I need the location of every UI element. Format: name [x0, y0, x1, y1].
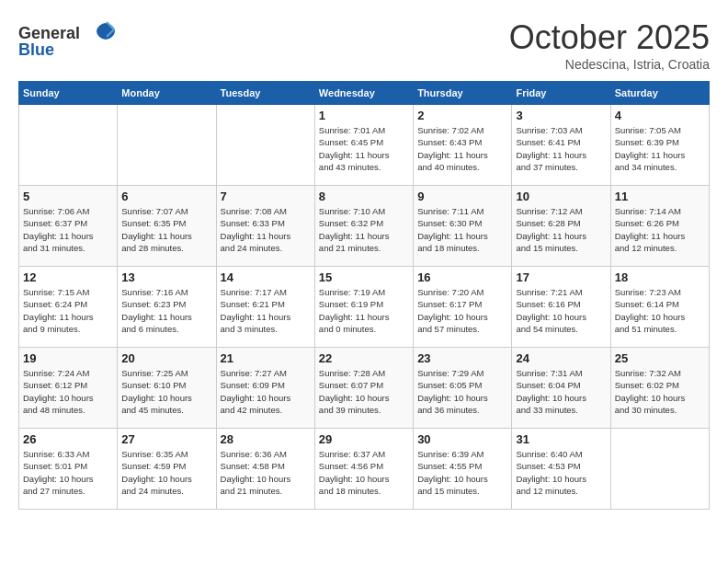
- day-info: Sunrise: 7:11 AM Sunset: 6:30 PM Dayligh…: [417, 205, 507, 254]
- day-info: Sunrise: 7:27 AM Sunset: 6:09 PM Dayligh…: [221, 367, 311, 416]
- day-cell: 13Sunrise: 7:16 AM Sunset: 6:23 PM Dayli…: [118, 267, 216, 348]
- day-cell: 16Sunrise: 7:20 AM Sunset: 6:17 PM Dayli…: [414, 267, 512, 348]
- day-number: 28: [221, 432, 311, 446]
- day-info: Sunrise: 7:05 AM Sunset: 6:39 PM Dayligh…: [615, 124, 705, 173]
- day-cell: 1Sunrise: 7:01 AM Sunset: 6:45 PM Daylig…: [314, 105, 413, 186]
- calendar-table: SundayMondayTuesdayWednesdayThursdayFrid…: [18, 81, 710, 510]
- day-number: 27: [121, 432, 211, 446]
- day-cell: 24Sunrise: 7:31 AM Sunset: 6:04 PM Dayli…: [512, 348, 610, 429]
- header-day-tuesday: Tuesday: [216, 82, 314, 105]
- day-info: Sunrise: 7:03 AM Sunset: 6:41 PM Dayligh…: [516, 124, 606, 173]
- day-cell: 27Sunrise: 6:35 AM Sunset: 4:59 PM Dayli…: [118, 429, 216, 510]
- day-cell: 14Sunrise: 7:17 AM Sunset: 6:21 PM Dayli…: [216, 267, 314, 348]
- day-info: Sunrise: 7:08 AM Sunset: 6:33 PM Dayligh…: [221, 205, 311, 254]
- day-info: Sunrise: 7:14 AM Sunset: 6:26 PM Dayligh…: [615, 205, 705, 254]
- day-cell: [216, 105, 314, 186]
- day-number: 1: [319, 109, 409, 122]
- day-cell: 26Sunrise: 6:33 AM Sunset: 5:01 PM Dayli…: [19, 429, 118, 510]
- day-number: 5: [23, 190, 113, 203]
- day-info: Sunrise: 6:35 AM Sunset: 4:59 PM Dayligh…: [121, 448, 211, 497]
- day-cell: 28Sunrise: 6:36 AM Sunset: 4:58 PM Dayli…: [216, 429, 314, 510]
- day-cell: 4Sunrise: 7:05 AM Sunset: 6:39 PM Daylig…: [610, 105, 709, 186]
- day-number: 13: [121, 270, 211, 284]
- day-number: 31: [516, 432, 606, 446]
- day-info: Sunrise: 7:31 AM Sunset: 6:04 PM Dayligh…: [516, 367, 606, 416]
- day-cell: 21Sunrise: 7:27 AM Sunset: 6:09 PM Dayli…: [216, 348, 314, 429]
- header-day-saturday: Saturday: [610, 82, 709, 105]
- day-number: 6: [121, 190, 211, 203]
- week-row-4: 26Sunrise: 6:33 AM Sunset: 5:01 PM Dayli…: [19, 429, 710, 510]
- day-cell: 10Sunrise: 7:12 AM Sunset: 6:28 PM Dayli…: [512, 186, 610, 267]
- header-row: SundayMondayTuesdayWednesdayThursdayFrid…: [19, 82, 710, 105]
- week-row-1: 5Sunrise: 7:06 AM Sunset: 6:37 PM Daylig…: [19, 186, 710, 267]
- day-number: 25: [615, 351, 705, 365]
- logo: General Blue: [18, 18, 119, 63]
- svg-text:Blue: Blue: [18, 40, 54, 59]
- header-day-sunday: Sunday: [19, 82, 118, 105]
- day-number: 24: [516, 351, 606, 365]
- day-number: 12: [23, 270, 113, 284]
- day-info: Sunrise: 7:19 AM Sunset: 6:19 PM Dayligh…: [319, 286, 409, 335]
- day-number: 26: [23, 432, 113, 446]
- day-number: 29: [319, 432, 409, 446]
- day-info: Sunrise: 7:28 AM Sunset: 6:07 PM Dayligh…: [319, 367, 409, 416]
- week-row-3: 19Sunrise: 7:24 AM Sunset: 6:12 PM Dayli…: [19, 348, 710, 429]
- day-info: Sunrise: 7:07 AM Sunset: 6:35 PM Dayligh…: [121, 205, 211, 254]
- month-title: October 2025: [509, 18, 710, 57]
- day-cell: [118, 105, 216, 186]
- day-cell: 25Sunrise: 7:32 AM Sunset: 6:02 PM Dayli…: [610, 348, 709, 429]
- week-row-0: 1Sunrise: 7:01 AM Sunset: 6:45 PM Daylig…: [19, 105, 710, 186]
- header-day-thursday: Thursday: [414, 82, 512, 105]
- day-info: Sunrise: 6:36 AM Sunset: 4:58 PM Dayligh…: [221, 448, 311, 497]
- day-number: 17: [516, 270, 606, 284]
- day-number: 23: [417, 351, 507, 365]
- day-info: Sunrise: 7:29 AM Sunset: 6:05 PM Dayligh…: [417, 367, 507, 416]
- day-info: Sunrise: 7:02 AM Sunset: 6:43 PM Dayligh…: [417, 124, 507, 173]
- day-info: Sunrise: 6:33 AM Sunset: 5:01 PM Dayligh…: [23, 448, 113, 497]
- day-number: 14: [221, 270, 311, 284]
- day-cell: 6Sunrise: 7:07 AM Sunset: 6:35 PM Daylig…: [118, 186, 216, 267]
- title-block: October 2025 Nedescina, Istria, Croatia: [509, 18, 710, 72]
- day-cell: 17Sunrise: 7:21 AM Sunset: 6:16 PM Dayli…: [512, 267, 610, 348]
- day-cell: 15Sunrise: 7:19 AM Sunset: 6:19 PM Dayli…: [314, 267, 413, 348]
- day-info: Sunrise: 7:17 AM Sunset: 6:21 PM Dayligh…: [221, 286, 311, 335]
- day-cell: 7Sunrise: 7:08 AM Sunset: 6:33 PM Daylig…: [216, 186, 314, 267]
- day-cell: 22Sunrise: 7:28 AM Sunset: 6:07 PM Dayli…: [314, 348, 413, 429]
- logo-svg: General Blue: [18, 18, 119, 60]
- day-info: Sunrise: 7:20 AM Sunset: 6:17 PM Dayligh…: [417, 286, 507, 335]
- day-info: Sunrise: 7:24 AM Sunset: 6:12 PM Dayligh…: [23, 367, 113, 416]
- day-info: Sunrise: 7:21 AM Sunset: 6:16 PM Dayligh…: [516, 286, 606, 335]
- day-number: 2: [417, 109, 507, 122]
- day-info: Sunrise: 6:40 AM Sunset: 4:53 PM Dayligh…: [516, 448, 606, 497]
- day-info: Sunrise: 7:06 AM Sunset: 6:37 PM Dayligh…: [23, 205, 113, 254]
- day-info: Sunrise: 6:39 AM Sunset: 4:55 PM Dayligh…: [417, 448, 507, 497]
- day-number: 18: [615, 270, 705, 284]
- day-cell: 31Sunrise: 6:40 AM Sunset: 4:53 PM Dayli…: [512, 429, 610, 510]
- day-cell: [610, 429, 709, 510]
- day-cell: 19Sunrise: 7:24 AM Sunset: 6:12 PM Dayli…: [19, 348, 118, 429]
- day-cell: 23Sunrise: 7:29 AM Sunset: 6:05 PM Dayli…: [414, 348, 512, 429]
- day-number: 7: [221, 190, 311, 203]
- day-cell: 2Sunrise: 7:02 AM Sunset: 6:43 PM Daylig…: [414, 105, 512, 186]
- day-number: 16: [417, 270, 507, 284]
- day-info: Sunrise: 7:10 AM Sunset: 6:32 PM Dayligh…: [319, 205, 409, 254]
- day-number: 30: [417, 432, 507, 446]
- day-number: 3: [516, 109, 606, 122]
- day-cell: 11Sunrise: 7:14 AM Sunset: 6:26 PM Dayli…: [610, 186, 709, 267]
- day-info: Sunrise: 7:15 AM Sunset: 6:24 PM Dayligh…: [23, 286, 113, 335]
- header-day-friday: Friday: [512, 82, 610, 105]
- logo-text: General Blue: [18, 18, 119, 63]
- day-cell: 8Sunrise: 7:10 AM Sunset: 6:32 PM Daylig…: [314, 186, 413, 267]
- day-number: 11: [615, 190, 705, 203]
- day-cell: 30Sunrise: 6:39 AM Sunset: 4:55 PM Dayli…: [414, 429, 512, 510]
- week-row-2: 12Sunrise: 7:15 AM Sunset: 6:24 PM Dayli…: [19, 267, 710, 348]
- day-number: 19: [23, 351, 113, 365]
- day-info: Sunrise: 7:32 AM Sunset: 6:02 PM Dayligh…: [615, 367, 705, 416]
- day-cell: 5Sunrise: 7:06 AM Sunset: 6:37 PM Daylig…: [19, 186, 118, 267]
- day-info: Sunrise: 7:23 AM Sunset: 6:14 PM Dayligh…: [615, 286, 705, 335]
- day-cell: 3Sunrise: 7:03 AM Sunset: 6:41 PM Daylig…: [512, 105, 610, 186]
- day-number: 8: [319, 190, 409, 203]
- day-number: 9: [417, 190, 507, 203]
- header-day-wednesday: Wednesday: [314, 82, 413, 105]
- day-number: 22: [319, 351, 409, 365]
